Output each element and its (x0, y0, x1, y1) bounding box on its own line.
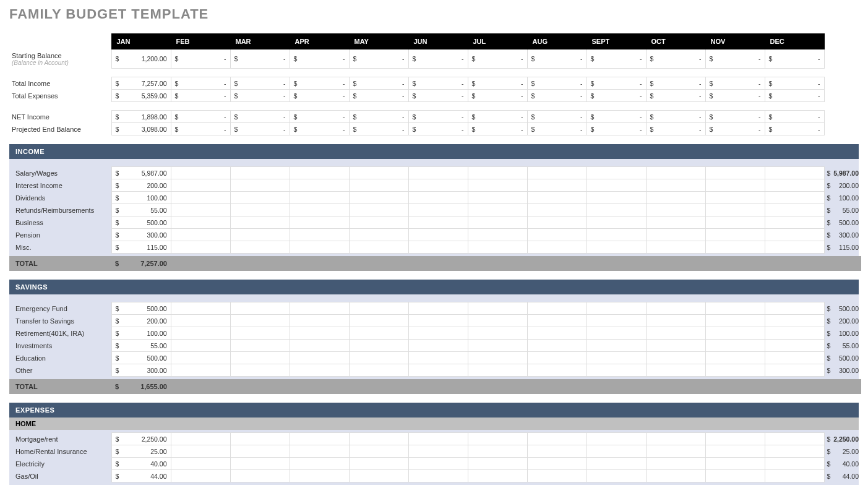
line-item-cell[interactable] (705, 445, 765, 458)
line-item-cell[interactable] (349, 216, 408, 229)
line-item-cell[interactable] (290, 167, 349, 179)
line-item-cell[interactable] (705, 192, 765, 204)
line-item-cell[interactable] (408, 458, 468, 470)
line-item-cell[interactable] (587, 216, 646, 229)
line-item-cell[interactable] (587, 327, 646, 340)
summary-cell[interactable]: $- (705, 111, 765, 123)
summary-cell[interactable]: $- (171, 123, 230, 135)
line-item-cell[interactable]: $100.00 (111, 327, 171, 340)
line-item-cell[interactable] (587, 433, 646, 445)
line-item-cell[interactable] (349, 204, 408, 216)
line-item-cell[interactable] (408, 216, 468, 229)
line-item-cell[interactable] (171, 179, 230, 192)
line-item-cell[interactable] (587, 364, 646, 377)
line-item-cell[interactable] (349, 241, 408, 254)
line-item-cell[interactable] (527, 241, 587, 254)
line-item-cell[interactable] (705, 204, 765, 216)
line-item-cell[interactable] (527, 192, 587, 204)
line-item-cell[interactable] (408, 470, 468, 482)
summary-cell[interactable]: $- (290, 123, 349, 135)
line-item-cell[interactable] (290, 433, 349, 445)
line-item-cell[interactable] (705, 470, 765, 482)
line-item-cell[interactable] (230, 216, 290, 229)
line-item-cell[interactable] (705, 302, 765, 315)
line-item-cell[interactable]: $40.00 (111, 458, 171, 470)
line-item-cell[interactable] (171, 204, 230, 216)
line-item-cell[interactable] (587, 179, 646, 192)
line-item-cell[interactable] (705, 458, 765, 470)
line-item-cell[interactable] (349, 179, 408, 192)
line-item-cell[interactable] (290, 216, 349, 229)
line-item-cell[interactable] (408, 179, 468, 192)
line-item-cell[interactable] (527, 204, 587, 216)
line-item-cell[interactable] (408, 302, 468, 315)
line-item-cell[interactable] (408, 433, 468, 445)
line-item-cell[interactable] (527, 433, 587, 445)
line-item-cell[interactable] (468, 364, 527, 377)
line-item-cell[interactable] (765, 470, 824, 482)
line-item-cell[interactable] (646, 340, 705, 352)
line-item-cell[interactable] (765, 167, 824, 179)
line-item-cell[interactable] (171, 315, 230, 327)
line-item-cell[interactable] (468, 445, 527, 458)
line-item-cell[interactable] (171, 302, 230, 315)
line-item-cell[interactable] (527, 327, 587, 340)
summary-cell[interactable]: $- (468, 111, 527, 123)
summary-cell[interactable]: $- (349, 90, 408, 102)
line-item-cell[interactable] (587, 340, 646, 352)
line-item-cell[interactable] (349, 352, 408, 364)
summary-cell[interactable]: $- (705, 90, 765, 102)
line-item-cell[interactable] (230, 458, 290, 470)
line-item-cell[interactable] (230, 167, 290, 179)
line-item-cell[interactable] (230, 364, 290, 377)
line-item-cell[interactable] (171, 364, 230, 377)
line-item-cell[interactable] (646, 364, 705, 377)
line-item-cell[interactable] (587, 192, 646, 204)
summary-cell[interactable]: $- (468, 123, 527, 135)
line-item-cell[interactable] (527, 364, 587, 377)
summary-cell[interactable]: $- (171, 111, 230, 123)
line-item-cell[interactable] (765, 327, 824, 340)
line-item-cell[interactable] (290, 340, 349, 352)
line-item-cell[interactable] (765, 241, 824, 254)
line-item-cell[interactable] (765, 364, 824, 377)
summary-cell[interactable]: $- (290, 77, 349, 90)
summary-cell[interactable]: $- (171, 77, 230, 90)
line-item-cell[interactable] (408, 327, 468, 340)
summary-cell[interactable]: $- (646, 111, 705, 123)
summary-cell[interactable]: $- (587, 90, 646, 102)
summary-cell[interactable]: $- (349, 123, 408, 135)
line-item-cell[interactable]: $5,987.00 (111, 167, 171, 179)
line-item-cell[interactable] (171, 470, 230, 482)
summary-cell[interactable]: $- (468, 90, 527, 102)
line-item-cell[interactable] (765, 204, 824, 216)
line-item-cell[interactable] (765, 458, 824, 470)
line-item-cell[interactable] (171, 445, 230, 458)
summary-cell[interactable]: $- (349, 77, 408, 90)
line-item-cell[interactable] (587, 470, 646, 482)
line-item-cell[interactable]: $55.00 (111, 204, 171, 216)
line-item-cell[interactable] (230, 179, 290, 192)
line-item-cell[interactable] (468, 315, 527, 327)
line-item-cell[interactable] (705, 327, 765, 340)
line-item-cell[interactable] (646, 302, 705, 315)
line-item-cell[interactable] (468, 179, 527, 192)
summary-cell[interactable]: $- (587, 49, 646, 69)
summary-cell[interactable]: $- (230, 123, 290, 135)
line-item-cell[interactable] (646, 433, 705, 445)
summary-cell[interactable]: $1,898.00 (111, 111, 171, 123)
line-item-cell[interactable] (230, 433, 290, 445)
line-item-cell[interactable] (646, 470, 705, 482)
line-item-cell[interactable] (527, 470, 587, 482)
line-item-cell[interactable] (408, 192, 468, 204)
line-item-cell[interactable] (230, 327, 290, 340)
line-item-cell[interactable] (290, 470, 349, 482)
line-item-cell[interactable] (171, 229, 230, 241)
summary-cell[interactable]: $- (705, 123, 765, 135)
line-item-cell[interactable] (290, 192, 349, 204)
summary-cell[interactable]: $- (230, 90, 290, 102)
line-item-cell[interactable] (527, 302, 587, 315)
line-item-cell[interactable] (349, 315, 408, 327)
line-item-cell[interactable] (290, 204, 349, 216)
summary-cell[interactable]: $- (765, 90, 824, 102)
